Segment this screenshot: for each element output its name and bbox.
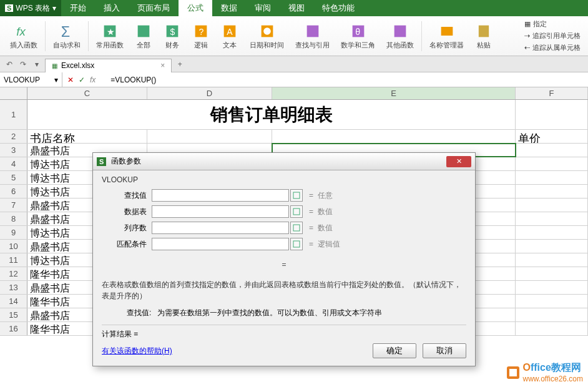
cell[interactable] <box>147 130 272 143</box>
row-header[interactable]: 4 <box>0 157 27 170</box>
row-header[interactable]: 16 <box>0 322 27 335</box>
ribbon-lookup[interactable]: 查找与引用 <box>290 21 335 51</box>
row-header[interactable]: 1 <box>0 100 27 129</box>
ribbon-finance[interactable]: $ 财务 <box>159 21 186 51</box>
redo-button[interactable]: ↷ <box>17 59 29 70</box>
tab-formula[interactable]: 公式 <box>179 0 212 16</box>
ribbon-other[interactable]: 其他函数 <box>381 21 419 51</box>
range-picker-button[interactable] <box>290 205 303 218</box>
dialog-titlebar[interactable]: S 函数参数 ✕ <box>93 153 475 170</box>
range-picker-button[interactable] <box>290 222 303 234</box>
row-header[interactable]: 12 <box>0 267 27 280</box>
cell[interactable] <box>516 226 588 239</box>
save-button[interactable]: ▾ <box>31 59 42 70</box>
cell[interactable] <box>516 185 588 198</box>
ribbon-datetime[interactable]: 日期和时间 <box>245 21 289 51</box>
ribbon-common[interactable]: ★ 常用函数 <box>91 21 129 51</box>
cell[interactable] <box>516 144 588 157</box>
param-input[interactable] <box>152 205 289 218</box>
ribbon-autosum[interactable]: Σ 自动求和 <box>48 21 86 51</box>
close-tab-icon[interactable]: × <box>160 61 165 70</box>
cell[interactable] <box>516 267 588 280</box>
row-header[interactable]: 6 <box>0 185 27 198</box>
cell[interactable] <box>516 253 588 267</box>
title-cell[interactable]: 销售订单明细表 <box>27 100 516 129</box>
row-header[interactable]: 3 <box>0 144 27 157</box>
ribbon-logic[interactable]: ? 逻辑 <box>187 21 215 51</box>
tab-start[interactable]: 开始 <box>61 0 95 16</box>
cell[interactable]: 书店名称 <box>27 130 147 143</box>
chevron-down-icon: ▾ <box>54 76 58 84</box>
cancel-formula-button[interactable]: ✕ <box>67 76 74 84</box>
param-input[interactable] <box>152 189 289 202</box>
ribbon-paste[interactable]: 粘贴 <box>470 21 497 51</box>
app-menu[interactable]: S WPS 表格 ▾ <box>0 0 61 16</box>
param-input[interactable] <box>152 222 289 234</box>
undo-button[interactable]: ↶ <box>4 59 15 70</box>
cell[interactable]: 单价 <box>516 130 588 143</box>
row-header[interactable]: 10 <box>0 240 27 253</box>
ribbon-define[interactable]: ▦指定 <box>522 19 583 29</box>
row-header[interactable]: 13 <box>0 281 27 294</box>
col-header-E[interactable]: E <box>272 87 516 99</box>
row-1: 1 销售订单明细表 <box>0 100 588 130</box>
cell[interactable] <box>516 281 588 294</box>
col-header-F[interactable]: F <box>516 87 588 99</box>
row-header[interactable]: 11 <box>0 253 27 267</box>
ribbon-all[interactable]: 全部 <box>130 21 157 51</box>
row-header[interactable]: 5 <box>0 171 27 184</box>
fx-icon[interactable]: fx <box>90 76 100 84</box>
cell[interactable] <box>516 308 588 321</box>
ribbon-trace-dep[interactable]: ⇠追踪从属单元格 <box>522 42 583 53</box>
param-row: 匹配条件= 逻辑值 <box>102 238 466 250</box>
tab-view[interactable]: 视图 <box>280 0 313 16</box>
row-header[interactable]: 8 <box>0 212 27 225</box>
ribbon-text[interactable]: A 文本 <box>216 21 243 51</box>
cell[interactable] <box>516 198 588 212</box>
col-header-D[interactable]: D <box>147 87 272 99</box>
cancel-button[interactable]: 取消 <box>423 343 466 358</box>
ribbon-math[interactable]: θ 数学和三角 <box>336 21 380 51</box>
param-input[interactable] <box>152 238 289 250</box>
row-header[interactable]: 15 <box>0 308 27 321</box>
param-label: 查找值 <box>102 190 152 201</box>
ribbon-trace-ref[interactable]: ⇢追踪引用单元格 <box>522 31 583 41</box>
cell[interactable] <box>272 130 516 143</box>
row-header[interactable]: 7 <box>0 198 27 212</box>
name-box[interactable]: VLOOKUP ▾ <box>0 72 62 87</box>
cell[interactable] <box>516 100 588 129</box>
ribbon-namemgr[interactable]: 名称管理器 <box>424 21 469 51</box>
ribbon-right: ▦指定 ⇢追踪引用单元格 ⇠追踪从属单元格 <box>522 19 583 53</box>
cell[interactable] <box>516 212 588 225</box>
cell[interactable] <box>516 171 588 184</box>
column-headers: C D E F <box>0 87 588 100</box>
new-tab-button[interactable]: + <box>174 59 185 70</box>
cell[interactable] <box>516 240 588 253</box>
file-tab[interactable]: ▦ Excel.xlsx × <box>45 59 172 72</box>
cell[interactable] <box>516 157 588 170</box>
ok-button[interactable]: 确定 <box>373 343 416 358</box>
dialog-close-button[interactable]: ✕ <box>446 156 471 167</box>
tab-review[interactable]: 审阅 <box>246 0 280 16</box>
chevron-down-icon: ▾ <box>52 4 56 12</box>
row-header[interactable]: 9 <box>0 226 27 239</box>
ribbon: fx 插入函数 Σ 自动求和 ★ 常用函数 全部 $ 财务 ? 逻辑 A 文本 … <box>0 16 588 56</box>
result-preview: = <box>102 254 466 275</box>
formula-input[interactable]: =VLOOKUP() <box>105 76 588 84</box>
help-link[interactable]: 有关该函数的帮助(H) <box>102 346 172 356</box>
cell[interactable] <box>516 322 588 335</box>
tab-special[interactable]: 特色功能 <box>313 0 363 16</box>
tab-insert[interactable]: 插入 <box>95 0 129 16</box>
col-header-C[interactable]: C <box>27 87 147 99</box>
select-all-corner[interactable] <box>0 87 27 99</box>
text-icon: A <box>221 22 238 40</box>
range-picker-button[interactable] <box>290 189 303 202</box>
ribbon-insert-function[interactable]: fx 插入函数 <box>5 21 42 51</box>
cell[interactable] <box>516 295 588 308</box>
row-header[interactable]: 14 <box>0 295 27 308</box>
tab-layout[interactable]: 页面布局 <box>129 0 179 16</box>
tab-data[interactable]: 数据 <box>212 0 246 16</box>
range-picker-button[interactable] <box>290 238 303 250</box>
row-header[interactable]: 2 <box>0 130 27 143</box>
confirm-formula-button[interactable]: ✓ <box>79 76 85 84</box>
